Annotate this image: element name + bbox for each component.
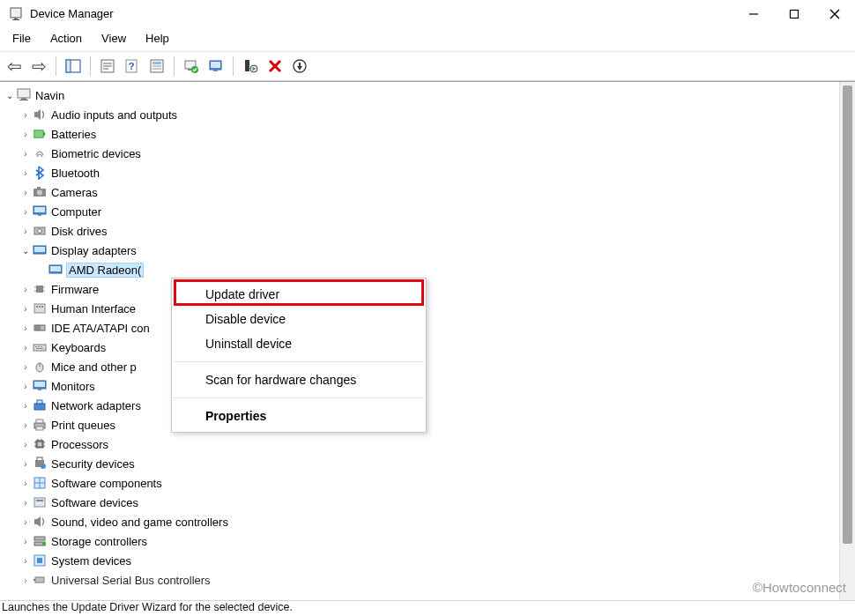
chevron-right-icon[interactable]: › <box>19 459 32 469</box>
menu-action[interactable]: Action <box>41 30 91 47</box>
add-legacy-hardware-button[interactable] <box>289 56 310 77</box>
app-icon <box>9 7 23 21</box>
category-biometric[interactable]: › Biometric devices <box>4 144 837 163</box>
svg-rect-50 <box>50 266 61 271</box>
menu-view[interactable]: View <box>93 30 135 47</box>
chevron-right-icon[interactable]: › <box>19 226 32 236</box>
forward-button[interactable]: ⇨ <box>28 56 49 77</box>
scan-hardware-button[interactable] <box>205 56 227 77</box>
svg-rect-59 <box>41 306 43 308</box>
category-security[interactable]: › Security devices <box>4 454 837 473</box>
menu-help[interactable]: Help <box>137 30 178 47</box>
chevron-right-icon[interactable]: › <box>19 517 32 527</box>
chevron-right-icon[interactable]: › <box>19 575 32 585</box>
chevron-right-icon[interactable]: › <box>19 168 32 178</box>
chevron-right-icon[interactable]: › <box>19 440 32 449</box>
svg-rect-8 <box>66 60 71 72</box>
disable-device-button[interactable] <box>240 56 261 77</box>
category-batteries[interactable]: › Batteries <box>4 124 837 144</box>
device-properties-button[interactable] <box>146 56 167 77</box>
properties-button[interactable] <box>97 56 118 77</box>
chevron-down-icon[interactable]: ⌄ <box>4 91 16 100</box>
chevron-down-icon[interactable]: ⌄ <box>19 246 32 256</box>
svg-rect-99 <box>35 577 44 583</box>
scrollbar-thumb[interactable] <box>843 85 852 544</box>
toolbar-separator <box>233 56 234 76</box>
category-bluetooth[interactable]: › Bluetooth <box>4 163 837 182</box>
device-amd-radeon[interactable]: AMD Radeon( <box>4 260 837 279</box>
show-hide-console-tree-button[interactable] <box>63 56 84 77</box>
minimize-button[interactable] <box>733 0 774 27</box>
ctx-scan-hardware[interactable]: Scan for hardware changes <box>172 367 426 392</box>
chevron-right-icon[interactable]: › <box>19 188 32 197</box>
back-button[interactable]: ⇦ <box>4 56 25 77</box>
chevron-right-icon[interactable]: › <box>19 537 32 546</box>
speaker-icon <box>32 108 48 122</box>
uninstall-device-button[interactable] <box>264 56 286 77</box>
ctx-disable-device[interactable]: Disable device <box>172 307 426 331</box>
svg-rect-17 <box>152 65 161 67</box>
security-icon <box>32 456 48 471</box>
category-software-devices[interactable]: › Software devices <box>4 493 837 512</box>
category-usb[interactable]: › Universal Serial Bus controllers <box>4 570 837 590</box>
hid-icon <box>32 301 48 315</box>
ctx-update-driver[interactable]: Update driver <box>172 282 426 307</box>
camera-icon <box>32 185 48 199</box>
chevron-right-icon[interactable]: › <box>19 207 32 217</box>
svg-marker-35 <box>34 109 41 120</box>
sound-icon <box>32 515 48 529</box>
chevron-right-icon[interactable]: › <box>19 343 32 353</box>
chevron-right-icon[interactable]: › <box>19 323 32 333</box>
tree-root[interactable]: ⌄ Navin <box>4 85 837 105</box>
update-driver-button[interactable] <box>181 56 202 77</box>
category-computer[interactable]: › Computer <box>4 202 837 221</box>
ctx-properties[interactable]: Properties <box>172 404 426 428</box>
chevron-right-icon[interactable]: › <box>19 304 32 314</box>
svg-rect-65 <box>35 346 37 347</box>
svg-rect-34 <box>19 100 28 100</box>
category-processors[interactable]: › Processors <box>4 434 837 454</box>
software-device-icon <box>32 495 48 509</box>
svg-rect-73 <box>38 389 41 390</box>
ctx-uninstall-device[interactable]: Uninstall device <box>172 331 426 356</box>
svg-rect-18 <box>152 68 161 70</box>
category-disk-drives[interactable]: › Disk drives <box>4 221 837 241</box>
chevron-right-icon[interactable]: › <box>19 362 32 372</box>
chevron-right-icon[interactable]: › <box>19 420 32 430</box>
toolbar-separator <box>56 56 56 76</box>
monitor-icon <box>32 379 48 393</box>
chevron-right-icon[interactable]: › <box>19 401 32 411</box>
category-software-components[interactable]: › Software components <box>4 473 837 493</box>
chevron-right-icon[interactable]: › <box>19 382 32 391</box>
svg-rect-48 <box>34 247 45 252</box>
vertical-scrollbar[interactable] <box>839 82 855 600</box>
category-audio[interactable]: › Audio inputs and outputs <box>4 105 837 124</box>
chevron-right-icon[interactable]: › <box>19 285 32 294</box>
svg-rect-91 <box>34 498 45 507</box>
category-cameras[interactable]: › Cameras <box>4 182 837 202</box>
category-display-adapters[interactable]: ⌄ Display adapters <box>4 241 837 260</box>
help-button[interactable]: ? <box>122 56 143 77</box>
category-system-devices[interactable]: › System devices <box>4 551 837 570</box>
svg-marker-31 <box>297 63 302 71</box>
chip-icon <box>32 282 48 296</box>
category-storage-controllers[interactable]: › Storage controllers <box>4 531 837 551</box>
chevron-right-icon[interactable]: › <box>19 556 32 566</box>
chevron-right-icon[interactable]: › <box>19 130 32 139</box>
window-title: Device Manager <box>30 7 114 20</box>
svg-rect-25 <box>245 60 249 71</box>
menu-file[interactable]: File <box>4 30 40 47</box>
svg-rect-10 <box>103 63 112 64</box>
chevron-right-icon[interactable]: › <box>19 479 32 488</box>
chevron-right-icon[interactable]: › <box>19 110 32 120</box>
maximize-button[interactable] <box>774 0 814 27</box>
chevron-right-icon[interactable]: › <box>19 498 32 508</box>
svg-rect-33 <box>21 98 26 100</box>
context-menu-separator <box>174 397 424 398</box>
category-sound[interactable]: › Sound, video and game controllers <box>4 512 837 531</box>
close-button[interactable] <box>814 0 855 27</box>
status-bar: Launches the Update Driver Wizard for th… <box>0 600 855 616</box>
chevron-right-icon[interactable]: › <box>19 149 32 159</box>
display-adapter-icon <box>48 263 63 277</box>
tree-container: ⌄ Navin › Audio inputs and outputs › Bat… <box>0 81 855 600</box>
